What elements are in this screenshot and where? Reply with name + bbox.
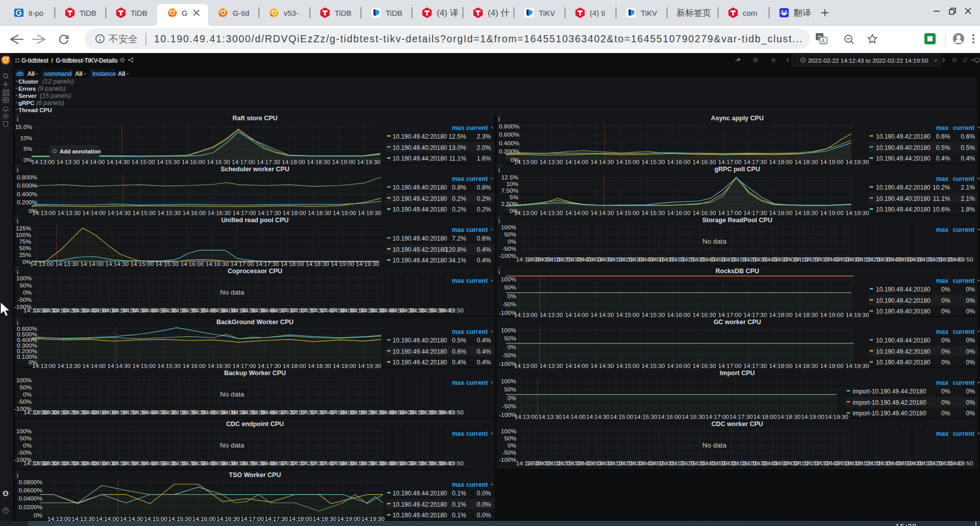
svg-text:2.3%: 2.3%	[477, 133, 491, 140]
svg-text:10.2%: 10.2%	[932, 184, 950, 191]
svg-text:gRPC: gRPC	[18, 99, 35, 107]
svg-text:13.0%: 13.0%	[448, 144, 466, 151]
svg-text:▾: ▾	[977, 431, 979, 436]
svg-text:▾: ▾	[491, 329, 493, 334]
svg-text:10.190.49.42:20180: 10.190.49.42:20180	[393, 195, 447, 202]
svg-text:0%: 0%	[966, 297, 975, 304]
svg-text:10.6%: 10.6%	[932, 206, 950, 213]
svg-text:2.1%: 2.1%	[961, 195, 975, 202]
svg-text:import-10.190.49.44:20180: import-10.190.49.44:20180	[852, 388, 926, 395]
svg-text:10.190.49.42:20180: 10.190.49.42:20180	[876, 297, 931, 304]
svg-text:10.190.49.44:20180: 10.190.49.44:20180	[876, 286, 931, 293]
svg-text:10.190.49.42:20180: 10.190.49.42:20180	[393, 133, 447, 140]
svg-text:▾: ▾	[491, 227, 493, 232]
svg-text:0%: 0%	[941, 388, 950, 395]
svg-text:TSO Worker CPU: TSO Worker CPU	[229, 471, 281, 479]
svg-text:0%: 0%	[966, 399, 975, 406]
svg-text:-50%: -50%	[17, 398, 32, 405]
svg-text:0.800%: 0.800%	[17, 174, 38, 181]
svg-text:0.2%: 0.2%	[477, 206, 491, 213]
svg-text:RocksDB CPU: RocksDB CPU	[715, 268, 759, 275]
svg-text:0%: 0%	[23, 391, 32, 398]
svg-text:25%: 25%	[19, 251, 31, 258]
svg-text:50%: 50%	[19, 245, 31, 252]
svg-text:10.190.49.40:20180: 10.190.49.40:20180	[393, 512, 447, 519]
svg-text:max: max	[452, 124, 465, 132]
svg-text:0.4%: 0.4%	[961, 155, 975, 162]
svg-text:db: db	[16, 70, 23, 77]
svg-text:0%: 0%	[966, 337, 975, 344]
svg-text:All: All	[118, 70, 125, 77]
svg-text:10.190.49.40:20180: 10.190.49.40:20180	[876, 195, 931, 202]
svg-text:▾: ▾	[491, 431, 493, 436]
svg-text:-100%: -100%	[498, 252, 516, 259]
svg-text:it-po: it-po	[29, 9, 43, 17]
svg-text:10.190.49.40:20180: 10.190.49.40:20180	[393, 184, 447, 191]
svg-text:10.190.49.42:20180: 10.190.49.42:20180	[393, 359, 447, 366]
svg-text:50%: 50%	[19, 384, 32, 391]
svg-text:0.5%: 0.5%	[936, 144, 950, 151]
svg-text:34.1%: 34.1%	[448, 257, 466, 264]
svg-text:2022-02-22 14:12:43 to 2022-02: 2022-02-22 14:12:43 to 2022-02-22 14:19:…	[808, 57, 928, 64]
svg-text:0.0800%: 0.0800%	[18, 479, 42, 486]
svg-text:0%: 0%	[966, 308, 975, 315]
svg-text:(4) 什: (4) 什	[488, 8, 510, 18]
svg-text:2.0%: 2.0%	[477, 144, 491, 151]
svg-text:12.5%: 12.5%	[448, 133, 466, 140]
svg-text:0%: 0%	[941, 286, 950, 293]
svg-text:5%: 5%	[509, 194, 518, 201]
svg-text:10.190.49.42:20180: 10.190.49.42:20180	[876, 133, 931, 140]
svg-text:10.190.49.40:20180: 10.190.49.40:20180	[393, 337, 447, 344]
svg-text:Raft store CPU: Raft store CPU	[233, 115, 278, 122]
svg-text:▾: ▾	[491, 482, 493, 487]
svg-text:No data: No data	[702, 441, 726, 449]
svg-text:50%: 50%	[504, 435, 516, 442]
svg-text:max: max	[452, 379, 465, 386]
svg-text:14:19:50: 14:19:50	[440, 307, 464, 314]
svg-text:(9 panels): (9 panels)	[38, 85, 66, 92]
svg-text:0%: 0%	[941, 399, 950, 406]
svg-text:▾: ▾	[977, 329, 979, 334]
svg-text:10.190.49.44:20180: 10.190.49.44:20180	[393, 348, 447, 355]
svg-text:0.600%: 0.600%	[498, 131, 519, 138]
svg-text:10%: 10%	[20, 135, 32, 142]
svg-text:▾: ▾	[977, 176, 979, 181]
svg-text:▾: ▾	[977, 227, 979, 232]
svg-text:current: current	[466, 481, 488, 488]
svg-text:current: current	[466, 124, 488, 132]
svg-text:0.0%: 0.0%	[477, 490, 491, 497]
svg-text:10.190.49.44:20180: 10.190.49.44:20180	[393, 257, 447, 264]
svg-text:TiKV: TiKV	[539, 9, 555, 17]
svg-text:100%: 100%	[500, 276, 516, 283]
svg-text:10.190.49.44:20180: 10.190.49.44:20180	[876, 206, 931, 213]
svg-text:current: current	[952, 328, 974, 335]
svg-text:(15 panels): (15 panels)	[40, 92, 71, 99]
svg-text:100%: 100%	[16, 231, 32, 239]
svg-text:10%: 10%	[506, 180, 518, 188]
svg-text:i: i	[498, 116, 500, 122]
svg-text:0%: 0%	[941, 297, 950, 304]
svg-text:▾: ▾	[977, 278, 979, 283]
svg-text:不安全: 不安全	[109, 34, 138, 44]
svg-text:Server: Server	[18, 92, 37, 99]
svg-text:10.190.49.42:20180: 10.190.49.42:20180	[393, 501, 447, 508]
svg-text:10.190.49.42:20180: 10.190.49.42:20180	[876, 184, 931, 191]
svg-text:Add annotation: Add annotation	[60, 148, 101, 154]
svg-text:125%: 125%	[16, 225, 32, 232]
svg-text:7.50%: 7.50%	[501, 187, 518, 194]
svg-text:0.1%: 0.1%	[452, 512, 466, 519]
svg-text:current: current	[952, 379, 974, 386]
svg-text:10.190.49.40:20180: 10.190.49.40:20180	[876, 144, 931, 151]
svg-text:No data: No data	[220, 390, 244, 398]
svg-text:All: All	[75, 70, 82, 77]
svg-text:11.1%: 11.1%	[933, 195, 950, 202]
svg-text:50%: 50%	[19, 435, 32, 442]
svg-text:(12 panels): (12 panels)	[42, 78, 74, 85]
svg-text:command: command	[44, 70, 71, 77]
svg-text:▾: ▾	[491, 125, 493, 130]
svg-text:-50%: -50%	[502, 449, 516, 456]
svg-text:0.2%: 0.2%	[452, 195, 466, 202]
svg-text:0%: 0%	[966, 410, 975, 417]
svg-text:14:19:50: 14:19:50	[949, 256, 973, 263]
svg-text:G-tidbtest / G-tidbtest-TiKV: G-tidbtest / G-tidbtest-TiKV-Details	[21, 57, 118, 64]
